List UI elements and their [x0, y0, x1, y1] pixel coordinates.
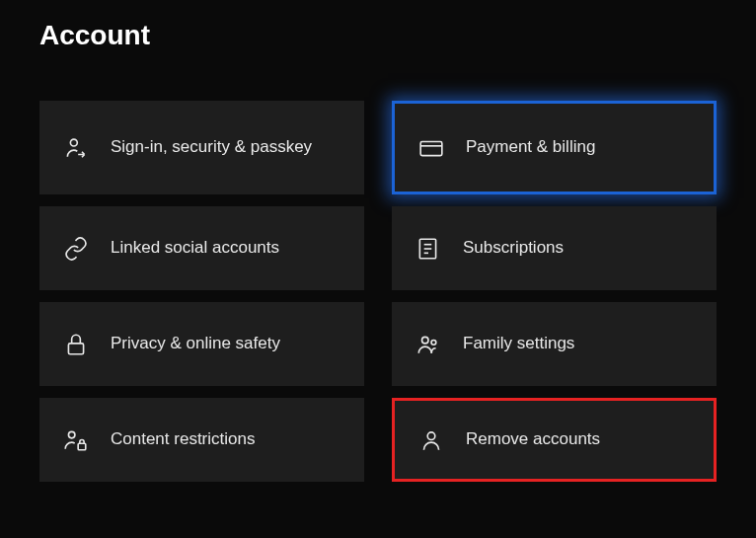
svg-point-9	[431, 340, 436, 345]
account-tiles-grid: Sign-in, security & passkey Payment & bi…	[39, 101, 717, 482]
svg-rect-1	[420, 141, 442, 155]
tile-content-restrictions[interactable]: Content restrictions	[39, 398, 364, 482]
tile-signin-security-passkey[interactable]: Sign-in, security & passkey	[39, 101, 364, 194]
tile-label: Linked social accounts	[111, 237, 279, 259]
link-icon	[63, 236, 89, 262]
document-list-icon	[416, 236, 441, 262]
tile-privacy-online-safety[interactable]: Privacy & online safety	[39, 302, 364, 386]
tile-family-settings[interactable]: Family settings	[392, 302, 717, 386]
tile-payment-billing[interactable]: Payment & billing	[392, 101, 717, 194]
tile-remove-accounts[interactable]: Remove accounts	[392, 398, 717, 482]
tile-label: Content restrictions	[111, 428, 255, 450]
people-lock-icon	[63, 427, 89, 453]
tile-subscriptions[interactable]: Subscriptions	[392, 206, 717, 290]
tile-label: Privacy & online safety	[111, 333, 280, 354]
svg-point-0	[70, 139, 77, 146]
person-icon	[418, 427, 444, 453]
svg-rect-7	[68, 343, 83, 353]
credit-card-icon	[418, 135, 444, 161]
tile-label: Sign-in, security & passkey	[111, 136, 312, 158]
tile-label: Payment & billing	[466, 136, 595, 158]
svg-rect-11	[78, 443, 86, 450]
page-title: Account	[39, 20, 717, 51]
tile-label: Subscriptions	[463, 237, 564, 259]
tile-label: Remove accounts	[466, 428, 600, 450]
svg-point-12	[427, 431, 435, 439]
lock-icon	[63, 332, 89, 357]
tile-linked-social-accounts[interactable]: Linked social accounts	[39, 206, 364, 290]
svg-point-10	[68, 431, 75, 438]
person-arrow-icon	[63, 135, 89, 161]
svg-point-8	[422, 337, 429, 344]
tile-label: Family settings	[463, 333, 574, 354]
people-group-icon	[416, 332, 441, 357]
